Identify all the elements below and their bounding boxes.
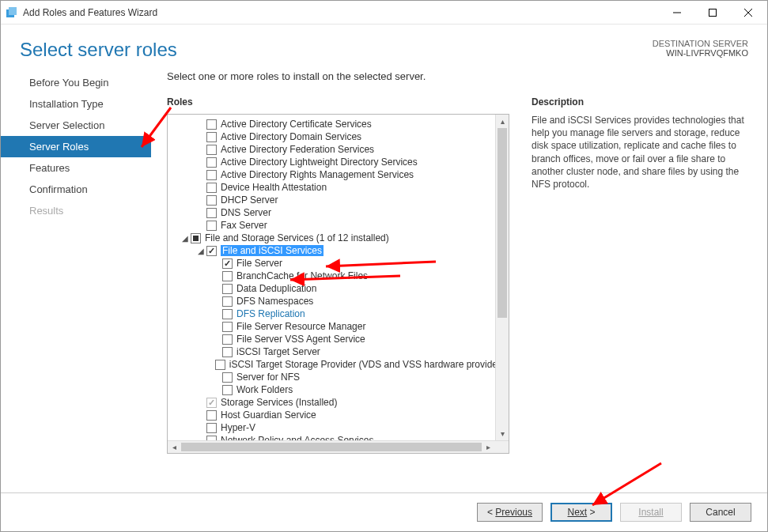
role-label: DNS Server	[221, 207, 271, 218]
next-button[interactable]: Next >	[550, 503, 612, 522]
tree-row[interactable]: Active Directory Federation Services	[168, 143, 509, 156]
maximize-button[interactable]	[694, 2, 730, 24]
role-label: iSCSI Target Server	[236, 346, 320, 357]
role-label: File and iSCSI Services	[221, 245, 323, 256]
nav-server-roles[interactable]: Server Roles	[1, 136, 151, 157]
role-checkbox[interactable]	[206, 119, 217, 130]
destination-server: WIN-LIVFRVQFMKO	[653, 48, 748, 58]
role-label: DHCP Server	[221, 194, 278, 206]
tree-row[interactable]: File Server	[168, 257, 509, 270]
tree-row[interactable]: DFS Namespaces	[168, 295, 509, 308]
tree-row[interactable]: Storage Services (Installed)	[168, 396, 509, 409]
role-checkbox[interactable]	[222, 258, 233, 269]
role-checkbox[interactable]	[222, 372, 233, 383]
scroll-up-icon[interactable]: ▴	[496, 115, 509, 128]
role-label: File and Storage Services (1 of 12 insta…	[205, 232, 389, 243]
tree-row[interactable]: Active Directory Domain Services	[168, 130, 509, 143]
role-label: Active Directory Rights Management Servi…	[221, 169, 414, 180]
wizard-nav: Before You Begin Installation Type Serve…	[1, 67, 151, 502]
role-checkbox[interactable]	[191, 233, 201, 243]
tree-row[interactable]: iSCSI Target Storage Provider (VDS and V…	[168, 358, 509, 371]
role-label: Storage Services (Installed)	[221, 397, 337, 408]
scroll-left-icon[interactable]: ◂	[168, 441, 181, 453]
role-label: File Server VSS Agent Service	[236, 334, 365, 345]
install-button: Install	[620, 503, 682, 522]
tree-row[interactable]: Network Policy and Access Services	[168, 434, 509, 440]
nav-server-selection[interactable]: Server Selection	[1, 115, 151, 136]
previous-label: Previous	[495, 507, 532, 518]
description-text: File and iSCSI Services provides technol…	[532, 114, 753, 191]
expander-icon[interactable]: ◢	[180, 234, 190, 243]
role-checkbox[interactable]	[222, 322, 233, 332]
tree-row[interactable]: Active Directory Certificate Services	[168, 118, 509, 130]
scroll-thumb[interactable]	[497, 128, 507, 318]
tree-row[interactable]: ◢File and iSCSI Services	[168, 244, 509, 257]
install-label: Install	[638, 507, 663, 518]
vertical-scrollbar[interactable]: ▴ ▾	[495, 115, 509, 440]
role-checkbox[interactable]	[222, 271, 233, 281]
role-label: File Server Resource Manager	[236, 321, 365, 332]
tree-row[interactable]: BranchCache for Network Files	[168, 270, 509, 282]
role-checkbox[interactable]	[206, 157, 217, 168]
role-checkbox[interactable]	[215, 360, 225, 370]
role-checkbox[interactable]	[206, 132, 217, 142]
tree-row[interactable]: ◢File and Storage Services (1 of 12 inst…	[168, 232, 509, 244]
scroll-right-icon[interactable]: ▸	[482, 441, 495, 453]
scroll-hthumb[interactable]	[181, 443, 482, 451]
tree-row[interactable]: DHCP Server	[168, 194, 509, 206]
scroll-down-icon[interactable]: ▾	[496, 427, 509, 440]
tree-row[interactable]: Device Health Attestation	[168, 181, 509, 194]
button-bar: < Previous Next > Install Cancel	[1, 492, 767, 531]
role-checkbox[interactable]	[206, 195, 217, 206]
previous-button[interactable]: < Previous	[477, 503, 543, 522]
role-checkbox[interactable]	[206, 423, 217, 433]
role-checkbox[interactable]	[222, 296, 233, 307]
page-header: Select server roles DESTINATION SERVER W…	[1, 25, 767, 67]
cancel-button[interactable]: Cancel	[690, 503, 751, 522]
role-label: BranchCache for Network Files	[236, 270, 368, 281]
tree-row[interactable]: Active Directory Rights Management Servi…	[168, 168, 509, 181]
role-checkbox[interactable]	[222, 347, 233, 357]
tree-row[interactable]: Server for NFS	[168, 371, 509, 383]
horizontal-scrollbar[interactable]: ◂ ▸	[168, 440, 509, 453]
svg-rect-1	[9, 7, 17, 15]
tree-root: Active Directory Certificate ServicesAct…	[168, 115, 509, 440]
role-checkbox[interactable]	[222, 309, 233, 319]
tree-row[interactable]: Host Guardian Service	[168, 409, 509, 421]
tree-row[interactable]: Work Folders	[168, 383, 509, 396]
titlebar: Add Roles and Features Wizard	[1, 1, 767, 25]
expander-icon[interactable]: ◢	[196, 247, 206, 255]
role-checkbox[interactable]	[206, 208, 217, 218]
nav-confirmation[interactable]: Confirmation	[1, 179, 151, 200]
tree-row[interactable]: Data Deduplication	[168, 282, 509, 295]
nav-installation-type[interactable]: Installation Type	[1, 93, 151, 115]
role-checkbox[interactable]	[206, 145, 217, 155]
next-label: Next	[567, 507, 587, 518]
role-checkbox[interactable]	[222, 284, 233, 294]
nav-results: Results	[1, 200, 151, 221]
tree-row[interactable]: Hyper-V	[168, 421, 509, 434]
role-checkbox[interactable]	[222, 385, 233, 395]
role-label: iSCSI Target Storage Provider (VDS and V…	[229, 359, 509, 370]
tree-row[interactable]: Fax Server	[168, 219, 509, 232]
tree-row[interactable]: File Server VSS Agent Service	[168, 333, 509, 345]
minimize-button[interactable]	[659, 2, 694, 24]
role-label: Active Directory Domain Services	[221, 131, 361, 142]
close-button[interactable]	[730, 2, 766, 24]
role-checkbox[interactable]	[206, 183, 217, 193]
role-checkbox[interactable]	[206, 221, 217, 231]
role-label: Active Directory Certificate Services	[221, 119, 372, 130]
tree-row[interactable]: DFS Replication	[168, 308, 509, 320]
role-checkbox[interactable]	[222, 334, 233, 345]
role-label: DFS Namespaces	[236, 296, 313, 307]
tree-row[interactable]: Active Directory Lightweight Directory S…	[168, 156, 509, 168]
destination-block: DESTINATION SERVER WIN-LIVFRVQFMKO	[653, 39, 748, 58]
role-checkbox[interactable]	[206, 410, 217, 421]
nav-features[interactable]: Features	[1, 157, 151, 179]
role-checkbox[interactable]	[206, 246, 217, 256]
role-checkbox[interactable]	[206, 170, 217, 180]
nav-before-you-begin[interactable]: Before You Begin	[1, 72, 151, 93]
tree-row[interactable]: iSCSI Target Server	[168, 345, 509, 358]
tree-row[interactable]: DNS Server	[168, 206, 509, 219]
tree-row[interactable]: File Server Resource Manager	[168, 320, 509, 333]
